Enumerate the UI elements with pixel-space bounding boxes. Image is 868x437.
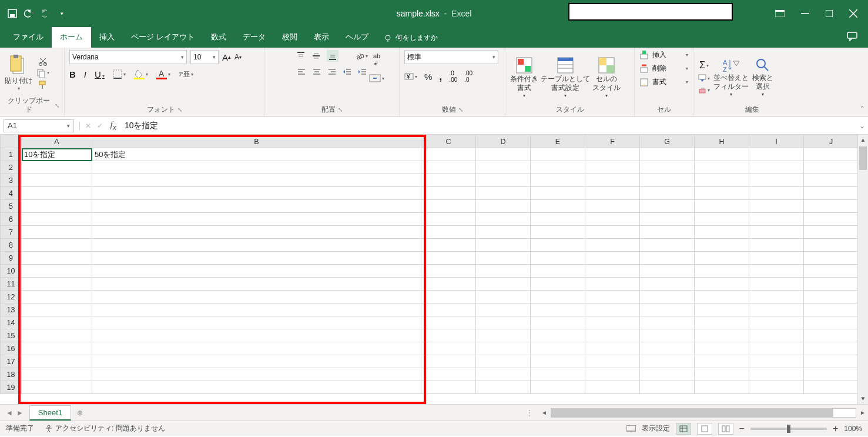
- cell-I10[interactable]: [749, 265, 804, 278]
- tab-help[interactable]: ヘルプ: [337, 27, 377, 48]
- cell-F11[interactable]: [585, 278, 640, 291]
- cell-I16[interactable]: [749, 342, 804, 355]
- cell-H4[interactable]: [695, 187, 749, 200]
- cell-B3[interactable]: [92, 174, 421, 187]
- number-format-combo[interactable]: 標準▾: [404, 50, 498, 64]
- cell-G8[interactable]: [640, 239, 695, 252]
- cell-D19[interactable]: [476, 381, 531, 394]
- cell-A18[interactable]: [22, 368, 92, 381]
- cell-B8[interactable]: [92, 239, 421, 252]
- display-settings-label[interactable]: 表示設定: [642, 423, 670, 433]
- display-settings-icon[interactable]: [626, 425, 636, 432]
- cell-D12[interactable]: [476, 291, 531, 303]
- cell-A2[interactable]: [22, 161, 92, 174]
- cut-icon[interactable]: [36, 56, 49, 66]
- cell-F3[interactable]: [585, 174, 640, 187]
- cell-E16[interactable]: [531, 342, 585, 355]
- vertical-scrollbar[interactable]: ▲ ▼: [857, 135, 868, 404]
- col-header-G[interactable]: G: [640, 135, 695, 148]
- cell-E9[interactable]: [531, 252, 585, 265]
- cell-E19[interactable]: [531, 381, 585, 394]
- zoom-out-button[interactable]: −: [739, 423, 745, 434]
- cell-C9[interactable]: [421, 252, 476, 265]
- copy-icon[interactable]: [36, 68, 49, 78]
- cell-C16[interactable]: [421, 342, 476, 355]
- cell-D6[interactable]: [476, 213, 531, 226]
- cell-J8[interactable]: [804, 239, 859, 252]
- cell-F10[interactable]: [585, 265, 640, 278]
- cell-E11[interactable]: [531, 278, 585, 291]
- normal-view-icon[interactable]: [676, 423, 691, 435]
- col-header-E[interactable]: E: [531, 135, 585, 148]
- cell-I1[interactable]: [749, 148, 804, 161]
- cell-B2[interactable]: [92, 161, 421, 174]
- cell-E7[interactable]: [531, 226, 585, 239]
- cell-H19[interactable]: [695, 381, 749, 394]
- cell-F9[interactable]: [585, 252, 640, 265]
- sheet-nav-next-icon[interactable]: ►: [16, 409, 24, 417]
- cell-H14[interactable]: [695, 316, 749, 329]
- row-header-7[interactable]: 7: [1, 226, 22, 239]
- cell-E10[interactable]: [531, 265, 585, 278]
- cell-I3[interactable]: [749, 174, 804, 187]
- cell-F17[interactable]: [585, 355, 640, 368]
- cell-E4[interactable]: [531, 187, 585, 200]
- cell-C19[interactable]: [421, 381, 476, 394]
- cell-G3[interactable]: [640, 174, 695, 187]
- ribbon-display-icon[interactable]: [775, 10, 785, 17]
- cell-D1[interactable]: [476, 148, 531, 161]
- sheet-nav[interactable]: ◄►: [0, 409, 29, 417]
- comma-icon[interactable]: ,: [439, 71, 442, 83]
- cell-D11[interactable]: [476, 278, 531, 291]
- cell-J19[interactable]: [804, 381, 859, 394]
- cell-F4[interactable]: [585, 187, 640, 200]
- cell-A13[interactable]: [22, 303, 92, 316]
- row-header-9[interactable]: 9: [1, 252, 22, 265]
- cell-E15[interactable]: [531, 329, 585, 342]
- decrease-font-icon[interactable]: A▾: [234, 53, 242, 61]
- cell-D2[interactable]: [476, 161, 531, 174]
- cell-I7[interactable]: [749, 226, 804, 239]
- align-bottom-icon[interactable]: [327, 50, 339, 62]
- border-icon[interactable]: [113, 69, 126, 79]
- cell-I5[interactable]: [749, 200, 804, 213]
- cell-E13[interactable]: [531, 303, 585, 316]
- cell-D16[interactable]: [476, 342, 531, 355]
- cell-A8[interactable]: [22, 239, 92, 252]
- cell-I17[interactable]: [749, 355, 804, 368]
- cell-D10[interactable]: [476, 265, 531, 278]
- fill-icon[interactable]: [698, 74, 710, 82]
- cell-B4[interactable]: [92, 187, 421, 200]
- cell-C7[interactable]: [421, 226, 476, 239]
- cell-E14[interactable]: [531, 316, 585, 329]
- row-header-13[interactable]: 13: [1, 303, 22, 316]
- cancel-formula-icon[interactable]: ✕: [82, 122, 94, 130]
- cell-B19[interactable]: [92, 381, 421, 394]
- cell-C5[interactable]: [421, 200, 476, 213]
- cell-I12[interactable]: [749, 291, 804, 303]
- cell-H17[interactable]: [695, 355, 749, 368]
- cell-D15[interactable]: [476, 329, 531, 342]
- cell-G16[interactable]: [640, 342, 695, 355]
- new-sheet-button[interactable]: ⊕: [71, 406, 89, 419]
- cell-G17[interactable]: [640, 355, 695, 368]
- cell-I9[interactable]: [749, 252, 804, 265]
- cell-D8[interactable]: [476, 239, 531, 252]
- font-name-combo[interactable]: Verdana▾: [69, 50, 187, 64]
- cell-F6[interactable]: [585, 213, 640, 226]
- fill-color-icon[interactable]: [134, 69, 148, 79]
- hscroll-right-icon[interactable]: ►: [857, 409, 868, 416]
- cell-H6[interactable]: [695, 213, 749, 226]
- cell-F2[interactable]: [585, 161, 640, 174]
- cell-J13[interactable]: [804, 303, 859, 316]
- cell-A12[interactable]: [22, 291, 92, 303]
- cell-I6[interactable]: [749, 213, 804, 226]
- row-header-18[interactable]: 18: [1, 368, 22, 381]
- cell-A10[interactable]: [22, 265, 92, 278]
- cell-G10[interactable]: [640, 265, 695, 278]
- cell-E5[interactable]: [531, 200, 585, 213]
- cell-E3[interactable]: [531, 174, 585, 187]
- cell-A3[interactable]: [22, 174, 92, 187]
- insert-cells-button[interactable]: 挿入▾: [639, 50, 688, 60]
- cell-B6[interactable]: [92, 213, 421, 226]
